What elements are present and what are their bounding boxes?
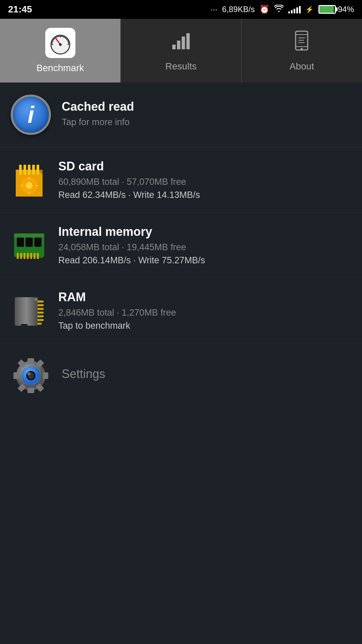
signal-bars-icon: [288, 5, 301, 13]
ram-text: RAM 2,846MB total · 1,270MB free Tap to …: [58, 290, 351, 331]
svg-rect-37: [34, 237, 42, 247]
svg-rect-8: [182, 37, 185, 49]
tab-benchmark-label: Benchmark: [37, 63, 84, 73]
charging-icon: ⚡: [305, 5, 314, 13]
ram-title: RAM: [58, 290, 351, 304]
svg-rect-22: [28, 165, 31, 175]
svg-rect-54: [38, 315, 44, 317]
svg-point-5: [59, 43, 62, 46]
svg-rect-43: [30, 253, 32, 259]
battery-fill: [319, 6, 334, 13]
cached-read-subtitle: Tap for more info: [62, 117, 351, 127]
svg-rect-41: [23, 253, 25, 259]
svg-rect-61: [27, 358, 34, 364]
svg-rect-44: [34, 253, 36, 259]
battery-icon: [318, 5, 336, 14]
tab-about-label: About: [290, 61, 314, 72]
sd-card-title: SD card: [58, 159, 351, 173]
content-area: i Cached read Tap for more info: [0, 83, 362, 644]
status-bar: 21:45 ··· 6,89KB/s ⏰ ⚡: [0, 0, 362, 19]
svg-rect-59: [21, 324, 27, 327]
svg-rect-7: [177, 41, 180, 49]
alarm-icon: ⏰: [259, 5, 269, 14]
internal-memory-item[interactable]: Internal memory 24,058MB total · 19,445M…: [0, 213, 362, 278]
svg-rect-55: [38, 319, 44, 321]
svg-rect-42: [27, 253, 29, 259]
sd-card-icon: [11, 161, 48, 198]
battery-percentage: 94%: [338, 5, 354, 14]
settings-title: Settings: [62, 367, 351, 381]
svg-point-13: [301, 48, 303, 50]
ram-icon: [11, 292, 48, 329]
svg-rect-52: [38, 308, 44, 310]
status-right: ··· 6,89KB/s ⏰ ⚡ 94%: [211, 5, 354, 14]
ram-subtitle: 2,846MB total · 1,270MB free: [58, 308, 351, 318]
svg-rect-33: [17, 237, 24, 247]
svg-rect-53: [38, 312, 44, 314]
settings-item[interactable]: Settings: [0, 343, 362, 408]
network-speed: 6,89KB/s: [222, 5, 255, 14]
svg-rect-39: [17, 253, 19, 259]
benchmark-icon: [45, 28, 75, 58]
svg-rect-50: [38, 301, 44, 303]
network-indicator: ···: [211, 5, 218, 14]
svg-rect-45: [37, 253, 39, 259]
sd-card-item[interactable]: SD card 60,890MB total · 57,070MB free R…: [0, 147, 362, 213]
svg-rect-49: [15, 297, 38, 326]
svg-rect-24: [37, 165, 39, 175]
battery-container: 94%: [318, 5, 354, 14]
svg-point-58: [35, 299, 37, 301]
cached-read-icon: i: [11, 95, 51, 135]
settings-gear-icon: [11, 356, 51, 396]
info-icon: i: [11, 95, 51, 135]
status-time: 21:45: [8, 4, 32, 15]
internal-memory-stats: Read 206.14MB/s · Write 75.27MB/s: [58, 255, 351, 266]
internal-memory-title: Internal memory: [58, 225, 351, 239]
svg-point-30: [26, 182, 33, 189]
internal-memory-subtitle: 24,058MB total · 19,445MB free: [58, 242, 351, 253]
internal-memory-icon: [11, 227, 48, 264]
svg-rect-23: [32, 165, 35, 175]
svg-rect-35: [25, 237, 33, 247]
svg-rect-46: [39, 255, 43, 258]
settings-text: Settings: [62, 367, 351, 384]
svg-rect-9: [186, 33, 190, 49]
ram-item[interactable]: RAM 2,846MB total · 1,270MB free Tap to …: [0, 278, 362, 343]
tab-results[interactable]: Results: [121, 19, 241, 83]
tab-benchmark[interactable]: Benchmark: [0, 19, 120, 83]
svg-rect-63: [13, 372, 19, 379]
tab-about[interactable]: About: [242, 19, 362, 83]
results-icon: [170, 30, 192, 56]
svg-rect-40: [20, 253, 22, 259]
tab-results-label: Results: [165, 61, 196, 72]
sd-card-text: SD card 60,890MB total · 57,070MB free R…: [58, 159, 351, 200]
cached-read-item[interactable]: i Cached read Tap for more info: [0, 83, 362, 147]
svg-rect-64: [43, 372, 48, 379]
svg-rect-56: [38, 323, 42, 325]
tab-bar: Benchmark Results: [0, 19, 362, 83]
ram-stats: Tap to benchmark: [58, 321, 351, 331]
svg-rect-21: [23, 165, 26, 175]
about-icon: [291, 30, 312, 56]
sd-card-subtitle: 60,890MB total · 57,070MB free: [58, 177, 351, 187]
svg-rect-6: [172, 45, 176, 49]
internal-memory-text: Internal memory 24,058MB total · 19,445M…: [58, 225, 351, 266]
sd-card-stats: Read 62.34MB/s · Write 14.13MB/s: [58, 190, 351, 200]
svg-rect-62: [27, 388, 34, 393]
svg-rect-20: [19, 165, 22, 175]
cached-read-text: Cached read Tap for more info: [62, 100, 351, 130]
wifi-icon: [274, 5, 284, 14]
cached-read-title: Cached read: [62, 100, 351, 114]
svg-rect-47: [14, 233, 44, 237]
svg-point-72: [27, 372, 31, 375]
svg-rect-51: [38, 304, 44, 306]
